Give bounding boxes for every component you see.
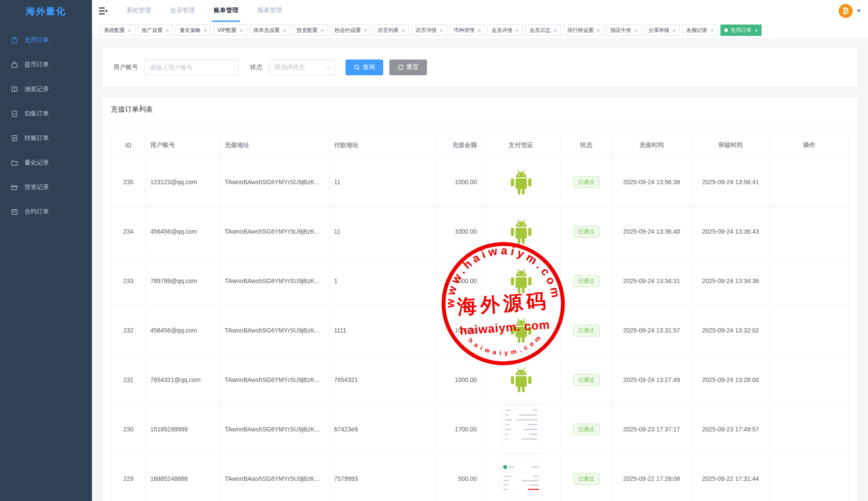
close-icon[interactable]: ×	[364, 28, 367, 33]
cell-status: 已通过	[561, 454, 612, 501]
status-select[interactable]: 请选择状态	[268, 60, 335, 75]
status-badge: 已通过	[573, 176, 600, 188]
account-input[interactable]	[144, 60, 239, 75]
col-header-deposit-time: 充值时间	[612, 133, 691, 158]
close-icon[interactable]: ×	[440, 28, 443, 33]
tag-chip[interactable]: 分享审核×	[645, 25, 680, 36]
cell-deposit-time: 2025-09-24 13:27:49	[612, 355, 691, 405]
tag-label: 量化策略	[180, 27, 201, 34]
tag-chip[interactable]: 会员日志×	[526, 25, 561, 36]
close-icon[interactable]: ×	[554, 28, 557, 33]
android-proof-image[interactable]	[509, 266, 533, 295]
tag-chip[interactable]: 指定中奖×	[607, 25, 642, 36]
tag-chip[interactable]: 系统配置×	[100, 25, 135, 36]
tag-label: 会员日志	[529, 27, 550, 34]
close-icon[interactable]: ×	[478, 28, 481, 33]
close-icon[interactable]: ×	[596, 28, 600, 33]
folder-open-icon	[11, 183, 18, 191]
cell-status: 已通过	[561, 256, 612, 306]
cell-amount: 500.00	[437, 454, 481, 501]
tag-chip[interactable]: 语言详情×	[412, 25, 447, 36]
cell-amount: 1700.00	[437, 405, 481, 454]
cell-deposit-time: 2025-09-24 13:31:57	[612, 306, 691, 355]
close-icon[interactable]: ×	[166, 28, 169, 33]
cell-id: 230	[111, 405, 146, 454]
table-row: 230 15185299999 TAwnnBAwshSG6YMYrSU9jBzK…	[111, 405, 849, 454]
nav-item-member[interactable]: 会员管理	[168, 0, 196, 22]
cell-pay-address: 1111	[329, 306, 437, 355]
query-button[interactable]: 查询	[346, 60, 383, 75]
cell-pay-address: 1	[329, 256, 437, 306]
table-row: 232 456456@qq.com TAwnnBAwshSG6YMYrSU9jB…	[111, 306, 849, 355]
nav-item-system[interactable]: 系统管理	[124, 0, 152, 22]
tag-chip[interactable]: 币种管理×	[450, 25, 485, 36]
sidebar-item-collection-orders[interactable]: 归集订单	[0, 102, 92, 126]
close-icon[interactable]: ×	[204, 28, 207, 33]
tag-chip[interactable]: 语言列表×	[374, 25, 409, 36]
android-proof-image[interactable]	[509, 168, 533, 196]
android-proof-image[interactable]	[509, 316, 533, 345]
sidebar-item-contract-orders[interactable]: 合约订单	[0, 200, 92, 224]
cell-account: 789789@qq.com	[146, 256, 220, 306]
col-header-amount: 充值金额	[437, 133, 481, 158]
sidebar-item-invest-records[interactable]: 投资记录	[0, 175, 92, 200]
tag-chip[interactable]: 推广设置×	[138, 25, 173, 36]
reset-button[interactable]: 重置	[389, 60, 427, 75]
close-icon[interactable]: ×	[321, 28, 324, 33]
cell-proof	[481, 454, 560, 501]
close-icon[interactable]: ×	[673, 28, 676, 33]
tag-chip[interactable]: 排行榜设置×	[563, 25, 604, 36]
cell-audit-time: 2025-09-23 17:49:57	[691, 405, 770, 454]
sidebar-item-lottery-records[interactable]: 抽奖记录	[0, 77, 92, 102]
cell-id: 234	[111, 207, 146, 256]
close-icon[interactable]: ×	[128, 28, 131, 33]
chevron-down-icon[interactable]	[857, 10, 861, 12]
status-badge: 已通过	[573, 325, 600, 336]
cell-audit-time: 2025-09-22 17:31:44	[691, 454, 770, 501]
receipt-proof-image[interactable]	[502, 405, 540, 453]
close-icon[interactable]: ×	[402, 28, 406, 33]
close-icon[interactable]: ×	[283, 28, 286, 33]
cell-account: 7654321@qq.com	[146, 355, 220, 405]
cell-actions	[770, 256, 849, 306]
navbar-right: ₿	[839, 0, 861, 22]
bitcoin-avatar[interactable]: ₿	[839, 4, 853, 18]
android-proof-image[interactable]	[509, 217, 533, 246]
receipt-proof-image[interactable]	[500, 462, 542, 496]
tag-chip[interactable]: 会员详情×	[487, 25, 523, 36]
tag-chip[interactable]: 跟单员设置×	[250, 25, 290, 36]
cell-pay-address: 7579993	[329, 454, 437, 501]
close-icon[interactable]: ×	[240, 28, 243, 33]
hamburger-icon[interactable]	[92, 7, 115, 15]
tags-view-bar: 系统配置× 推广设置× 量化策略× VIP配置× 跟单员设置× 投资配置× 秒合…	[92, 22, 868, 39]
refresh-icon	[398, 64, 404, 70]
android-proof-image[interactable]	[509, 365, 533, 394]
close-icon[interactable]: ×	[515, 28, 519, 33]
card-body: ID 用户账号 充值地址 付款地址 充值金额 支付凭证 状态 充值时间 审核时间…	[102, 123, 858, 501]
close-icon[interactable]: ×	[710, 28, 714, 33]
cell-deposit-time: 2025-09-24 13:56:38	[612, 158, 691, 207]
sidebar-item-quant-records[interactable]: 量化记录	[0, 151, 92, 175]
tag-chip-active[interactable]: 充币订单×	[720, 25, 762, 36]
sidebar-item-deposit-orders[interactable]: 充币订单	[0, 28, 92, 53]
tag-chip[interactable]: 投资配置×	[293, 25, 328, 36]
sidebar-item-withdraw-orders[interactable]: 提币订单	[0, 53, 92, 77]
sidebar-item-label: 合约订单	[25, 208, 49, 216]
close-icon[interactable]: ×	[635, 28, 638, 33]
tag-chip[interactable]: VIP配置×	[214, 25, 247, 36]
cell-deposit-address: TAwnnBAwshSG6YMYrSU9jBzK...	[220, 405, 329, 454]
sidebar-item-transfer-orders[interactable]: 转账订单	[0, 126, 92, 151]
sidebar: 海外量化 充币订单 提币订单 抽奖记录 归集订单 转账订单	[0, 0, 92, 501]
cell-pay-address: 11	[329, 158, 437, 207]
cell-account: 15185299999	[146, 405, 220, 454]
cell-audit-time: 2025-09-24 13:32:02	[691, 306, 770, 355]
tag-chip[interactable]: 余额记录×	[682, 25, 718, 36]
tag-chip[interactable]: 秒合约设置×	[331, 25, 371, 36]
tag-chip[interactable]: 量化策略×	[176, 25, 211, 36]
close-icon[interactable]: ×	[755, 28, 758, 33]
main-area: 系统管理 会员管理 账单管理 报表管理 ₿ 系统配置× 推广设置× 量化策略× …	[92, 0, 868, 501]
nav-item-report[interactable]: 报表管理	[256, 0, 284, 22]
cell-id: 235	[111, 158, 146, 207]
nav-item-billing[interactable]: 账单管理	[212, 0, 240, 22]
cell-pay-address: 11	[329, 207, 437, 256]
